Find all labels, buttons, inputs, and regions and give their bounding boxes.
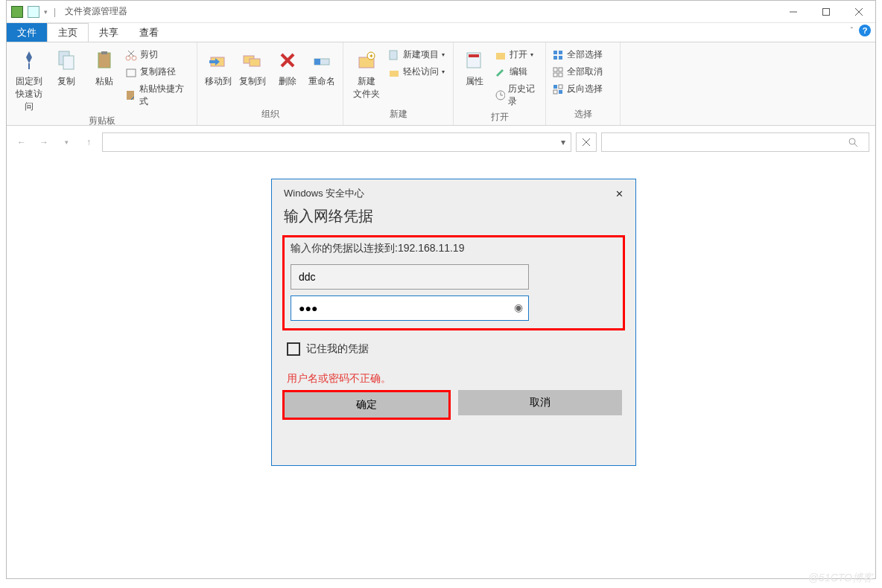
reveal-password-icon[interactable]: ◉	[514, 301, 523, 313]
select-all-icon	[552, 49, 564, 61]
tab-view[interactable]: 查看	[129, 23, 169, 42]
invert-selection-button[interactable]: 反向选择	[552, 81, 603, 97]
svg-rect-27	[390, 71, 399, 77]
qat-dropdown-icon[interactable]: ▾	[44, 8, 48, 16]
separator: |	[54, 7, 56, 17]
dialog-close-button[interactable]: ✕	[615, 188, 624, 199]
invert-icon	[552, 83, 564, 95]
app-icon	[11, 6, 23, 18]
address-input[interactable]	[103, 137, 556, 147]
dialog-title: 输入网络凭据	[272, 203, 635, 235]
svg-rect-7	[63, 56, 74, 69]
svg-rect-18	[250, 59, 260, 66]
copy-button[interactable]: 复制	[50, 47, 83, 88]
pin-icon	[19, 50, 39, 71]
open-icon	[495, 49, 507, 61]
search-icon	[848, 137, 869, 147]
svg-rect-43	[553, 90, 557, 94]
move-to-icon	[208, 50, 229, 71]
paste-shortcut-icon	[125, 89, 136, 101]
pin-to-quick-access-button[interactable]: 固定到 快速访问	[13, 47, 45, 113]
new-item-icon	[388, 49, 400, 61]
error-message11: 用户名或密码不正确。	[272, 362, 635, 390]
edit-button[interactable]: 编辑	[495, 64, 539, 80]
highlight-annotation: 输入你的凭据以连接到:192.168.11.19 ◉	[282, 235, 625, 330]
navigation-bar: ← → ▾ ↑ ▾	[7, 129, 875, 156]
svg-rect-14	[127, 69, 136, 77]
new-folder-button[interactable]: ✦ 新建 文件夹	[349, 47, 384, 100]
svg-rect-42	[559, 85, 562, 89]
recent-dropdown[interactable]: ▾	[57, 133, 75, 151]
paste-shortcut-button[interactable]: 粘贴快捷方式	[125, 81, 191, 109]
select-none-button[interactable]: 全部取消	[552, 64, 603, 80]
rename-button[interactable]: 重命名	[307, 47, 337, 88]
svg-rect-41	[559, 90, 562, 94]
svg-rect-9	[101, 51, 107, 54]
collapse-ribbon-icon[interactable]: ˆ	[851, 27, 853, 35]
copy-path-button[interactable]: 复制路径	[125, 64, 191, 80]
cut-icon	[125, 49, 137, 61]
svg-rect-40	[553, 85, 557, 89]
tab-share[interactable]: 共享	[89, 23, 129, 42]
address-bar[interactable]: ▾	[102, 132, 571, 152]
new-item-button[interactable]: 新建项目▾	[388, 47, 445, 63]
svg-rect-38	[553, 73, 557, 77]
dropdown-icon: ▾	[442, 51, 445, 58]
close-button[interactable]	[843, 1, 875, 23]
window-title: 文件资源管理器	[65, 5, 127, 18]
address-dropdown-icon[interactable]: ▾	[556, 137, 571, 147]
svg-text:✦: ✦	[369, 53, 374, 60]
cut-button[interactable]: 剪切	[125, 47, 191, 63]
ok-button[interactable]: 确定	[285, 392, 448, 418]
svg-point-46	[849, 138, 855, 144]
remember-checkbox[interactable]	[287, 342, 300, 356]
password-input[interactable]	[291, 295, 529, 321]
copy-icon	[56, 50, 77, 71]
move-to-button[interactable]: 移动到	[203, 47, 233, 88]
quick-access-toolbar: ▾ | 文件资源管理器	[7, 5, 132, 18]
select-all-button[interactable]: 全部选择	[552, 47, 603, 63]
refresh-button[interactable]	[576, 132, 597, 152]
easy-access-button[interactable]: 轻松访问▾	[388, 64, 445, 80]
help-icon[interactable]: ?	[859, 25, 871, 36]
svg-rect-33	[559, 51, 562, 54]
history-icon	[495, 89, 505, 101]
copy-path-icon	[125, 66, 137, 78]
group-open-label: 打开	[460, 109, 539, 125]
svg-rect-1	[823, 8, 830, 15]
tab-home[interactable]: 主页	[47, 23, 89, 42]
username-input[interactable]	[291, 264, 529, 290]
highlight-annotation-ok: 确定	[282, 390, 451, 420]
properties-button[interactable]: 属性	[460, 47, 490, 88]
maximize-button[interactable]	[810, 1, 843, 23]
dialog-header: Windows 安全中心	[284, 187, 364, 200]
svg-rect-36	[553, 68, 557, 71]
ribbon: 固定到 快速访问 复制 粘贴 剪切 复制路径 粘贴快捷方式 剪贴板	[7, 42, 875, 126]
svg-rect-30	[496, 53, 505, 60]
up-button[interactable]: ↑	[80, 133, 98, 151]
cancel-button[interactable]: 取消	[458, 390, 622, 415]
svg-rect-35	[559, 56, 562, 60]
dialog-prompt: 输入你的凭据以连接到:192.168.11.19	[291, 242, 617, 258]
group-new-label: 新建	[349, 106, 447, 122]
tab-file[interactable]: 文件	[7, 23, 47, 42]
history-button[interactable]: 历史记录	[495, 81, 539, 109]
search-box[interactable]	[601, 132, 869, 152]
delete-button[interactable]: 删除	[273, 47, 302, 88]
paste-button[interactable]: 粘贴	[87, 47, 120, 88]
forward-button[interactable]: →	[35, 133, 53, 151]
easy-access-icon	[388, 66, 400, 78]
minimize-button[interactable]	[777, 1, 810, 23]
copy-to-button[interactable]: 复制到	[238, 47, 267, 88]
svg-rect-37	[559, 68, 562, 71]
back-button[interactable]: ←	[13, 133, 31, 151]
watermark: @51CTO博客	[808, 572, 873, 585]
delete-icon	[277, 50, 298, 71]
search-input[interactable]	[602, 137, 848, 147]
svg-rect-22	[314, 59, 320, 65]
svg-line-47	[854, 144, 857, 147]
group-select-label: 选择	[552, 106, 614, 122]
remember-row: 记住我的凭据	[272, 336, 635, 362]
open-button[interactable]: 打开▾	[495, 47, 539, 63]
rename-icon	[311, 50, 332, 71]
